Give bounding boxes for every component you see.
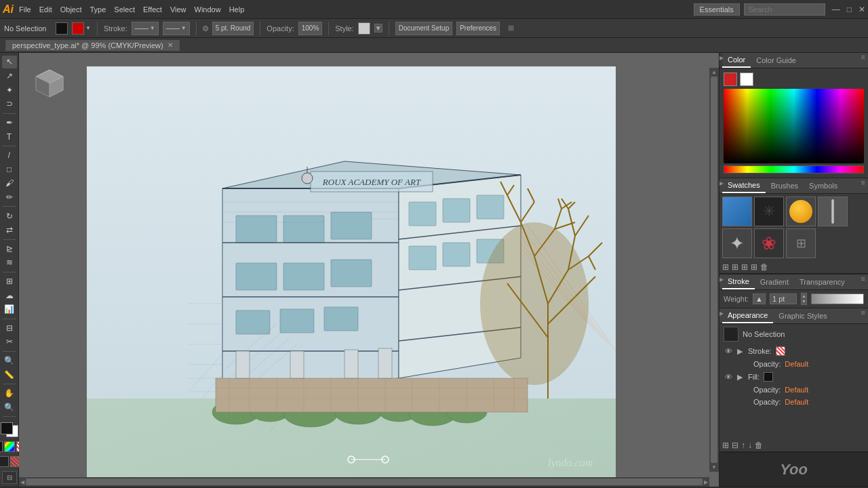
fill-expand-icon[interactable]: ▶ [737,373,744,382]
tool-eyedropper[interactable]: 🔍 [2,354,17,367]
tab-appearance[interactable]: Appearance [722,308,773,323]
tab-swatches[interactable]: Swatches [722,178,766,193]
stroke-expand-icon[interactable]: ▶ [737,347,744,356]
scroll-horiz-thumb[interactable] [26,479,703,485]
color-spectrum[interactable] [724,89,864,163]
menu-select[interactable]: Select [114,5,135,14]
stroke-style-dropdown[interactable]: —— ▼ [132,22,159,35]
tool-pencil[interactable]: ✏ [2,191,17,204]
foreground-color[interactable] [1,422,13,434]
stroke-color-indicator[interactable] [72,22,84,35]
new-layer-btn2[interactable]: ⊞ [732,262,738,272]
tool-zoom[interactable]: 🔍 [2,401,17,414]
appearance-menu-btn[interactable]: ≡ [859,308,868,323]
tool-line[interactable]: / [2,149,17,162]
fill-color-preview[interactable] [764,372,773,382]
symbol-gear[interactable]: ✦ [722,228,752,258]
weight-up[interactable]: ▲ [753,294,765,304]
menu-view[interactable]: View [170,5,186,14]
weight-increment[interactable]: ▲ [802,293,806,299]
tab-symbols[interactable]: Symbols [804,178,843,193]
doc-setup-button[interactable]: Document Setup [395,22,453,35]
tool-free-transform[interactable]: ⊞ [2,275,17,288]
tool-selection[interactable]: ↖ [2,56,17,68]
tool-measure[interactable]: 📏 [2,368,17,381]
fill-visibility-eye[interactable]: 👁 [724,373,733,381]
menu-effect[interactable]: Effect [143,5,162,14]
scroll-right-arrow[interactable]: ▶ [704,479,708,485]
tool-pen[interactable]: ✒ [2,117,17,129]
menu-help[interactable]: Help [229,5,245,14]
app-new-btn[interactable]: ⊞ [722,441,729,450]
tool-hand[interactable]: ✋ [2,387,17,400]
background-color-swatch[interactable] [740,73,753,86]
app-dup-btn[interactable]: ⊟ [732,441,738,450]
tab-color[interactable]: Color [722,53,751,68]
tool-width[interactable]: ⊵ [2,242,17,255]
panel-menu-btn[interactable]: ≡ [859,53,868,68]
canvas-area[interactable]: ROUX ACADEMY OF ART [19,53,719,487]
maximize-button[interactable]: □ [847,5,852,14]
minimize-button[interactable]: — [832,5,840,14]
new-layer-btn[interactable]: ⊞ [722,262,729,272]
symbol-extra[interactable]: ⊞ [786,228,816,258]
stroke-none-icon[interactable] [776,346,785,356]
weight-decrement[interactable]: ▼ [802,299,806,304]
menu-edit[interactable]: Edit [39,5,52,14]
stroke-width-dropdown[interactable]: —— ▼ [163,22,190,35]
delete-btn[interactable]: 🗑 [760,262,768,272]
scroll-up-arrow[interactable]: ▲ [711,69,717,75]
tab-transparency[interactable]: Transparency [794,274,850,289]
symbol-orange-circle[interactable] [786,197,816,226]
weight-input[interactable] [770,293,797,304]
tool-direct-selection[interactable]: ↗ [2,70,17,83]
app-del-btn[interactable]: 🗑 [755,441,763,450]
tool-rotate[interactable]: ↻ [2,209,17,222]
weight-stepper[interactable]: ▲ [753,293,766,304]
tool-magic-wand[interactable]: ✦ [2,83,17,96]
panel-toggle[interactable]: ⊞ [508,24,514,33]
tool-warp[interactable]: ≋ [2,256,17,269]
vertical-scrollbar[interactable]: ▲ ▼ [709,68,719,472]
tab-stroke[interactable]: Stroke [722,274,755,289]
gradient-indicator[interactable] [4,441,15,452]
tool-text[interactable]: T [2,130,17,143]
style-arrow[interactable]: ▼ [374,24,382,33]
symbol-flower[interactable]: ❀ [754,228,784,258]
doc-tab-close[interactable]: ✕ [167,41,173,49]
symbol-water[interactable] [722,197,752,226]
fill-color-box[interactable] [56,22,68,35]
style-preview[interactable] [358,22,370,35]
tool-symbol-sprayer[interactable]: ☁ [2,289,17,302]
normal-mode[interactable] [0,456,9,467]
app-move-dn-btn[interactable]: ↓ [748,441,752,450]
pt-round-dropdown[interactable]: 5 pt. Round [212,22,254,35]
scroll-thumb[interactable] [711,77,717,463]
menu-object[interactable]: Object [60,5,82,14]
tool-paintbrush[interactable]: 🖌 [2,177,17,190]
tool-lasso[interactable]: ⊃ [2,98,17,110]
menu-file[interactable]: File [19,5,31,14]
scroll-down-arrow[interactable]: ▼ [711,464,717,470]
tool-rect[interactable]: □ [2,163,17,176]
screen-mode-button[interactable]: ⊟ [2,471,17,484]
horizontal-scrollbar[interactable]: ◀ ▶ [19,477,709,487]
tab-graphic-styles[interactable]: Graphic Styles [773,308,833,323]
weight-arrows[interactable]: ▲ ▼ [801,293,807,305]
doc-tab-item[interactable]: perspective_type.ai* @ 99% (CMYK/Preview… [5,40,180,51]
opacity-dropdown[interactable]: 100% [298,22,323,35]
symbol-rod[interactable] [818,197,848,226]
tool-graph[interactable]: 📊 [2,303,17,316]
menu-type[interactable]: Type [90,5,106,14]
scroll-left-arrow[interactable]: ◀ [20,479,24,485]
search-input[interactable] [744,3,825,16]
swatches-menu-btn[interactable]: ≡ [859,178,868,193]
new-layer-btn3[interactable]: ⊞ [741,262,748,272]
tab-brushes[interactable]: Brushes [766,178,804,193]
close-button[interactable]: ✕ [859,5,865,14]
app-move-up-btn[interactable]: ↑ [741,441,745,450]
preferences-button[interactable]: Preferences [456,22,500,35]
stroke-visibility-eye[interactable]: 👁 [724,347,733,355]
tool-artboard[interactable]: ⊟ [2,321,17,334]
tab-gradient[interactable]: Gradient [755,274,794,289]
